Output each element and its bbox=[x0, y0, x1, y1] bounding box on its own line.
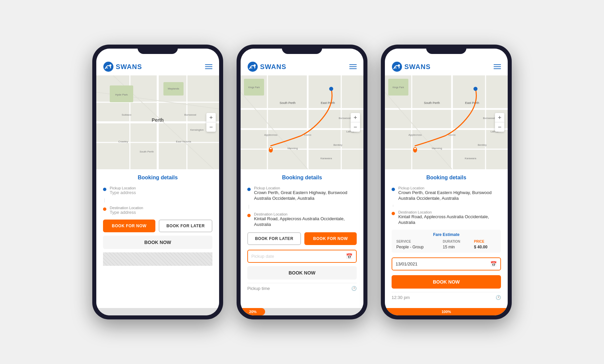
svg-text:East Perth: East Perth bbox=[465, 101, 479, 105]
button-row-1: BOOK FOR NOW BOOK FOR LATER bbox=[103, 220, 212, 232]
phone-notch-2 bbox=[282, 45, 322, 54]
destination-row-2: Destination Location Kintail Road, Apple… bbox=[247, 212, 357, 228]
svg-text:Applecross: Applecross bbox=[408, 133, 422, 136]
booking-section-2: Booking details Pickup Location Crown Pe… bbox=[241, 169, 363, 308]
svg-text:Bentley: Bentley bbox=[478, 143, 487, 146]
price-value-3: $ 40.00 bbox=[473, 244, 498, 250]
map-controls-1: + − bbox=[206, 113, 216, 132]
phone-1: SWANS bbox=[92, 45, 223, 319]
pickup-date-row-2[interactable]: Pickup date 📅 bbox=[247, 250, 357, 263]
service-header-3: SERVICE bbox=[395, 239, 442, 244]
pickup-info-2: Pickup Location Crown Perth, Great Easte… bbox=[254, 186, 357, 201]
svg-text:Hyde Park: Hyde Park bbox=[115, 93, 128, 96]
map-3: Kings Park South Perth East Perth Burswo… bbox=[385, 75, 508, 169]
svg-point-1 bbox=[109, 64, 111, 66]
pickup-label-1: Pickup Location bbox=[110, 186, 136, 190]
svg-text:Karawara: Karawara bbox=[320, 157, 332, 160]
svg-text:South Perth: South Perth bbox=[280, 101, 296, 105]
zoom-out-2[interactable]: − bbox=[351, 122, 360, 132]
hamburger-menu-2[interactable] bbox=[349, 64, 357, 69]
pickup-time-label-2: Pickup time bbox=[247, 286, 270, 291]
destination-dot-3 bbox=[392, 212, 395, 215]
logo-text-2: SWANS bbox=[260, 63, 286, 71]
button-row-2: BOOK FOR LATER BOOK FOR NOW bbox=[247, 232, 357, 245]
destination-info-3: Destination Location Kintail Road, Apple… bbox=[398, 210, 501, 226]
book-now-button-1[interactable]: BOOK FOR NOW bbox=[103, 220, 155, 232]
phone-2: SWANS bbox=[237, 45, 367, 319]
phone-screen-2: SWANS bbox=[241, 49, 363, 315]
hamburger-menu-3[interactable] bbox=[494, 64, 501, 69]
pickup-label-2: Pickup Location bbox=[254, 186, 357, 190]
pickup-info-3: Pickup Location Crown Perth, Great Easte… bbox=[398, 186, 501, 201]
texture-strip-1 bbox=[103, 252, 212, 266]
svg-text:Perth: Perth bbox=[152, 117, 164, 123]
pickup-info-1: Pickup Location Type address bbox=[110, 186, 136, 195]
price-header-3: PRICE bbox=[473, 239, 498, 244]
progress-text-3: 100% bbox=[439, 310, 454, 314]
destination-value-1[interactable]: Type address bbox=[110, 210, 143, 215]
svg-point-48 bbox=[398, 64, 400, 66]
svg-text:Subiaco: Subiaco bbox=[122, 113, 132, 116]
connector-1 bbox=[104, 198, 105, 202]
swans-logo-icon-2 bbox=[247, 61, 258, 72]
svg-text:Kings Park: Kings Park bbox=[393, 86, 404, 89]
pickup-value-1[interactable]: Type address bbox=[110, 190, 136, 195]
hamburger-menu-1[interactable] bbox=[205, 64, 212, 69]
destination-row-3: Destination Location Kintail Road, Apple… bbox=[392, 210, 501, 226]
map-controls-3: + − bbox=[495, 113, 504, 132]
zoom-in-1[interactable]: + bbox=[206, 113, 216, 122]
destination-dot-1 bbox=[103, 207, 106, 211]
svg-point-0 bbox=[103, 62, 113, 72]
svg-text:South Perth: South Perth bbox=[140, 150, 154, 153]
calendar-icon-2: 📅 bbox=[346, 253, 353, 259]
duration-value-3: 15 min bbox=[442, 244, 473, 250]
zoom-in-2[interactable]: + bbox=[351, 113, 360, 122]
connector-2 bbox=[249, 205, 249, 209]
phone-screen-3: SWANS Kings Park bbox=[385, 49, 508, 315]
pickup-time-icon-3: 🕐 bbox=[496, 295, 501, 300]
progress-text-1: 0% bbox=[96, 310, 102, 314]
fare-estimate-section-3: Fare Estimate SERVICE DURATION PRICE Peo… bbox=[392, 230, 501, 253]
book-now-button-3[interactable]: BOOK NOW bbox=[392, 275, 501, 289]
destination-value-2: Kintail Road, Applecross Australia Occid… bbox=[254, 216, 357, 228]
svg-point-43 bbox=[329, 87, 333, 91]
svg-text:Burswood: Burswood bbox=[184, 113, 196, 116]
map-controls-2: + − bbox=[351, 113, 360, 132]
book-now-full-1[interactable]: BOOK NOW bbox=[103, 236, 212, 249]
destination-info-2: Destination Location Kintail Road, Apple… bbox=[254, 212, 357, 228]
book-now-full-2[interactable]: BOOK NOW bbox=[247, 266, 357, 280]
destination-label-2: Destination Location bbox=[254, 212, 357, 216]
date-row-3[interactable]: 13/01/2021 📅 bbox=[392, 257, 501, 270]
destination-info-1: Destination Location Type address bbox=[110, 206, 143, 215]
zoom-in-3[interactable]: + bbox=[495, 113, 504, 122]
book-later-button-2[interactable]: BOOK FOR LATER bbox=[247, 232, 301, 245]
zoom-out-1[interactable]: − bbox=[206, 122, 216, 132]
progress-bar-3: 100% bbox=[385, 308, 508, 315]
destination-dot-2 bbox=[247, 214, 251, 217]
svg-text:South Perth: South Perth bbox=[424, 101, 440, 105]
booking-section-1: Booking details Pickup Location Type add… bbox=[96, 169, 219, 308]
pickup-value-2: Crown Perth, Great Eastern Highway, Burs… bbox=[254, 190, 357, 201]
pickup-row-1: Pickup Location Type address bbox=[103, 186, 212, 195]
book-now-button-2[interactable]: BOOK FOR NOW bbox=[304, 232, 357, 245]
svg-text:Maylands: Maylands bbox=[168, 87, 179, 90]
calendar-icon-3: 📅 bbox=[490, 261, 497, 267]
pickup-time-row-2: Pickup time 🕐 bbox=[247, 283, 357, 294]
pickup-date-placeholder-2: Pickup date bbox=[251, 254, 346, 259]
pickup-dot-1 bbox=[103, 188, 106, 191]
book-later-button-1[interactable]: BOOK FOR LATER bbox=[159, 220, 212, 232]
pickup-time-row-3: 12:30 pm 🕐 bbox=[392, 292, 501, 303]
fare-table-3: SERVICE DURATION PRICE People - Group 15… bbox=[395, 239, 498, 250]
svg-point-22 bbox=[248, 62, 258, 72]
pickup-row-2: Pickup Location Crown Perth, Great Easte… bbox=[247, 186, 357, 201]
progress-bar-1: 0% bbox=[96, 308, 219, 315]
pickup-dot-3 bbox=[392, 188, 395, 191]
logo-area-3: SWANS bbox=[392, 61, 431, 72]
destination-label-3: Destination Location bbox=[398, 210, 501, 214]
date-value-3: 13/01/2021 bbox=[396, 261, 490, 266]
svg-point-47 bbox=[392, 62, 402, 72]
map-1: Perth Hyde Park Maylands Subiaco Burswoo… bbox=[96, 75, 219, 169]
progress-fill-2: 20% bbox=[241, 308, 265, 315]
destination-value-3: Kintail Road, Applecross Australia Occid… bbox=[398, 214, 501, 226]
zoom-out-3[interactable]: − bbox=[495, 122, 504, 132]
